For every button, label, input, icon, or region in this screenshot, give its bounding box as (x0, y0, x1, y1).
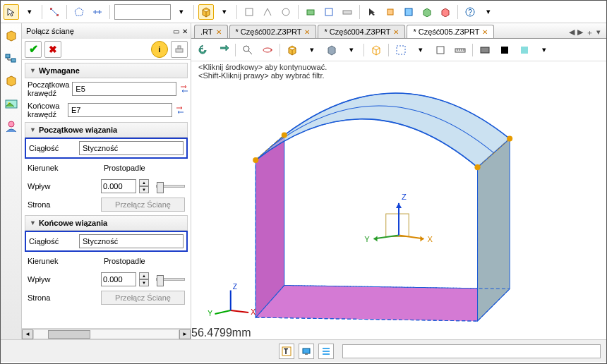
section-end[interactable]: Końcowe wiązania (25, 215, 188, 231)
end-influence-spinner[interactable]: ▲▼ (139, 272, 149, 286)
start-edge-input[interactable] (72, 82, 176, 96)
filter-dropdown[interactable] (114, 4, 171, 20)
svg-rect-46 (305, 353, 308, 355)
canvas-3d[interactable]: X Y Z X Y Z 56.4799mm (191, 81, 606, 339)
misc-button-8[interactable] (401, 4, 416, 20)
end-continuity-select[interactable] (79, 234, 184, 248)
appearance-button[interactable] (477, 42, 493, 58)
section-start[interactable]: Początkowe wiązania (25, 122, 188, 138)
misc-button-5[interactable] (321, 4, 337, 20)
misc-button-4[interactable] (303, 4, 318, 20)
close-icon[interactable]: ✕ (393, 28, 399, 36)
undo-button[interactable] (196, 42, 211, 58)
svg-rect-25 (521, 47, 528, 54)
hint-line-2: <Shift-Kliknij prawy> aby wybrać filtr. (198, 71, 599, 80)
wireframe-button[interactable] (368, 42, 384, 58)
grid-snap-button[interactable] (47, 4, 62, 20)
measure-tool-button[interactable] (90, 4, 105, 20)
misc-button-10[interactable] (438, 4, 453, 20)
end-continuity-row: Ciągłość (25, 231, 188, 252)
end-influence-slider[interactable] (156, 278, 185, 281)
start-continuity-row: Ciągłość (25, 138, 188, 159)
hint-area: <Kliknij środkowy> aby kontynuować. <Shi… (191, 61, 606, 81)
tab-next-icon[interactable]: ▶ (577, 28, 583, 38)
close-icon[interactable]: ✕ (482, 28, 488, 36)
left-sidebar (1, 23, 22, 339)
tab-add-icon[interactable]: ＋ (586, 28, 594, 38)
panel-restore-icon[interactable]: ▭ (173, 28, 179, 35)
box-tool-button[interactable] (198, 4, 214, 20)
spin-button[interactable] (260, 42, 275, 58)
misc-button-9[interactable] (419, 4, 435, 20)
sidebar-item-assembly[interactable] (3, 28, 20, 44)
color-dropdown[interactable]: ▾ (536, 42, 552, 58)
shaded-dropdown[interactable]: ▾ (344, 42, 359, 58)
view-square-button[interactable] (433, 42, 448, 58)
status-text-mode-button[interactable]: T (279, 344, 294, 359)
svg-rect-2 (246, 8, 253, 16)
misc-button-3[interactable] (278, 4, 294, 20)
shaded-button[interactable] (324, 42, 339, 58)
help-button[interactable]: ? (462, 4, 478, 20)
misc-button-6[interactable] (339, 4, 355, 20)
status-list-button[interactable] (318, 344, 334, 359)
start-influence-input[interactable] (101, 179, 136, 193)
box-dropdown[interactable]: ▾ (217, 4, 232, 20)
start-side-button[interactable]: Przełącz Ścianę (101, 198, 185, 212)
iso-dropdown[interactable]: ▾ (304, 42, 320, 58)
close-icon[interactable]: ✕ (216, 28, 222, 36)
section-button[interactable] (393, 42, 409, 58)
filter-toggle[interactable]: ▾ (174, 4, 189, 20)
ok-button[interactable]: ✔ (25, 41, 42, 58)
info-button[interactable]: i (151, 41, 168, 58)
tool-dropdown-1[interactable]: ▾ (22, 4, 37, 20)
color-cyan-button[interactable] (517, 42, 532, 58)
end-edge-input[interactable] (68, 103, 172, 117)
select-arrow-button[interactable] (364, 4, 380, 20)
start-influence-slider[interactable] (156, 185, 185, 188)
section-dropdown[interactable]: ▾ (413, 42, 428, 58)
tab-part-005[interactable]: * Część005.Z3PRT✕ (407, 25, 494, 38)
misc-button-7[interactable] (383, 4, 398, 20)
end-influence-input[interactable] (101, 272, 136, 286)
sidebar-item-gallery[interactable] (3, 95, 20, 112)
swap-end-icon[interactable] (175, 104, 185, 116)
svg-point-19 (263, 48, 272, 52)
cancel-button[interactable]: ✖ (44, 41, 61, 58)
close-icon[interactable]: ✕ (304, 28, 310, 36)
svg-rect-16 (176, 49, 183, 52)
view-ruler-button[interactable] (452, 42, 468, 58)
iso-cube-button[interactable] (284, 42, 300, 58)
svg-rect-17 (178, 46, 181, 49)
section-required[interactable]: Wymagane (25, 63, 188, 78)
tab-part-002[interactable]: * Część002.Z3PRT✕ (229, 25, 317, 38)
misc-button-2[interactable] (260, 4, 275, 20)
viewport-area: .RT✕ * Część002.Z3PRT✕ * Część004.Z3PRT✕… (191, 23, 606, 339)
status-monitor-button[interactable] (299, 344, 314, 359)
redo-button[interactable] (215, 42, 231, 58)
status-bar: T (1, 339, 606, 362)
misc-button-1[interactable] (241, 4, 257, 20)
end-continuity-label: Ciągłość (29, 237, 76, 245)
swap-start-icon[interactable] (179, 83, 189, 95)
start-influence-spinner[interactable]: ▲▼ (139, 179, 149, 193)
tab-prev-icon[interactable]: ◀ (569, 28, 575, 38)
start-continuity-select[interactable] (79, 141, 184, 155)
cursor-tool-button[interactable] (4, 4, 19, 20)
tab-part-004[interactable]: * Część004.Z3PRT✕ (318, 25, 405, 38)
end-direction-value: Prostopadle (101, 254, 185, 268)
zoom-button[interactable] (240, 42, 256, 58)
settings-button[interactable] (171, 41, 188, 58)
sidebar-item-tree[interactable] (3, 50, 20, 67)
polygon-tool-button[interactable] (71, 4, 87, 20)
end-side-button[interactable]: Przełącz Ścianę (101, 291, 185, 305)
help-dropdown[interactable]: ▾ (481, 4, 496, 20)
sidebar-item-part[interactable] (3, 73, 20, 90)
color-black-button[interactable] (497, 42, 512, 58)
panel-close-icon[interactable]: ✕ (182, 28, 188, 35)
tab-part-trunc[interactable]: .RT✕ (194, 25, 228, 38)
panel-hscroll[interactable]: ◄► (22, 328, 191, 339)
sidebar-item-user[interactable] (3, 118, 20, 135)
tab-menu-icon[interactable]: ▾ (596, 28, 601, 38)
svg-point-29 (507, 136, 512, 142)
